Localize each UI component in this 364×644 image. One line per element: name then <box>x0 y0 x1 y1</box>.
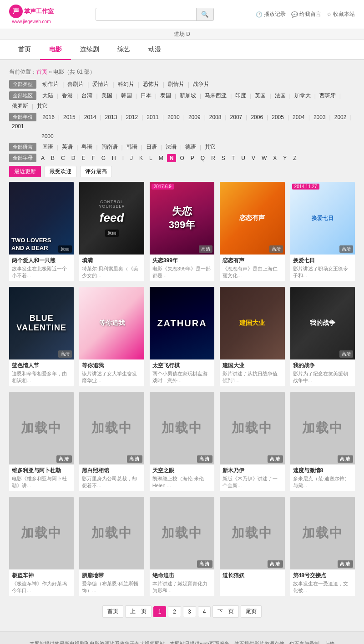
search-button[interactable]: 🔍 <box>196 8 213 20</box>
page-next[interactable]: 下一页 <box>212 605 239 618</box>
filter-year-2015[interactable]: 2015 <box>61 113 78 121</box>
movie-card-4[interactable]: 恋恋有声 高清 恋恋有声 《恋恋有声》是由上海仁丽文化... <box>220 182 284 281</box>
filter-year-2016[interactable]: 2016 <box>40 113 57 121</box>
filter-year-2011[interactable]: 2011 <box>144 113 162 121</box>
filter-lang-german[interactable]: 德语 <box>182 142 199 152</box>
filter-letter-o[interactable]: O <box>177 154 187 162</box>
filter-type-action[interactable]: 动作片 <box>40 80 61 89</box>
filter-type-drama[interactable]: 剧情片 <box>165 80 187 89</box>
filter-letter-n[interactable]: N <box>167 154 177 162</box>
filter-type-horror[interactable]: 恐怖片 <box>140 80 162 89</box>
nav-drama[interactable]: 连续剧 <box>71 40 108 59</box>
movie-card-19[interactable]: 加载中 高清 道长猫妖 <box>220 497 284 596</box>
movie-card-7[interactable]: 等你追我 等你追我 该片讲述了女大学生奋发磨华业... <box>79 287 144 386</box>
page-last[interactable]: 尾页 <box>241 605 262 618</box>
filter-lang-minnan[interactable]: 闽南语 <box>99 142 121 152</box>
filter-letter-u[interactable]: U <box>238 154 248 162</box>
filter-year-2007[interactable]: 2007 <box>228 113 245 121</box>
filter-year-2006[interactable]: 2006 <box>248 113 266 121</box>
play-history-link[interactable]: 🕐 播放记录 <box>256 10 286 18</box>
filter-letter-s[interactable]: S <box>219 154 228 162</box>
filter-letter-h[interactable]: H <box>109 154 119 162</box>
filter-region-mainland[interactable]: 大陆 <box>40 91 56 100</box>
movie-card-8[interactable]: ZATHURA 太空飞行棋 两个小男孩在家玩棋盘游戏时，意外... <box>150 287 214 386</box>
movie-card-2[interactable]: CONTROLYOURSELF feed 原画 填满 特莱尔·贝利索里奥（《美少… <box>79 182 144 281</box>
filter-year-2008[interactable]: 2008 <box>207 113 224 121</box>
filter-letter-b[interactable]: B <box>48 154 57 162</box>
filter-type-war[interactable]: 战争片 <box>190 80 212 89</box>
filter-letter-z[interactable]: Z <box>290 154 299 162</box>
filter-letter-c[interactable]: C <box>58 154 68 162</box>
filter-year-2013[interactable]: 2013 <box>102 113 120 121</box>
filter-region-tw[interactable]: 台湾 <box>79 91 95 100</box>
filter-region-jp[interactable]: 日本 <box>138 91 154 100</box>
filter-letter-a[interactable]: A <box>38 154 47 162</box>
filter-lang-korean[interactable]: 韩语 <box>124 142 140 152</box>
filter-letter-m[interactable]: M <box>156 154 166 162</box>
nav-home[interactable]: 首页 <box>9 40 40 59</box>
filter-region-sg[interactable]: 新加坡 <box>177 91 199 100</box>
filter-region-in[interactable]: 印度 <box>233 91 249 100</box>
movie-card-17[interactable]: 加载中 胭脂地带 爱华德（布莱恩·科兰斯顿 饰）... <box>79 497 144 596</box>
filter-type-comedy[interactable]: 喜剧片 <box>65 80 86 89</box>
filter-region-ru[interactable]: 俄罗斯 <box>9 101 31 111</box>
filter-region-kr[interactable]: 韩国 <box>118 91 135 100</box>
breadcrumb-home[interactable]: 首页 <box>36 69 47 75</box>
filter-lang-french[interactable]: 法语 <box>163 142 179 152</box>
filter-letter-k[interactable]: K <box>136 154 146 162</box>
nav-movie[interactable]: 电影 <box>40 40 71 60</box>
movie-card-20[interactable]: 加载中 高清 第48号交接点 故事发生在一受迫迫，文化被... <box>290 497 355 596</box>
filter-region-my[interactable]: 马来西亚 <box>202 91 229 100</box>
filter-region-fr[interactable]: 法国 <box>272 91 288 100</box>
filter-region-other[interactable]: 其它 <box>34 101 51 111</box>
movie-card-5[interactable]: 换爱七日 2014.11.27 高清 换爱七日 影片讲述了职场女王徐令子和... <box>290 182 355 281</box>
page-first[interactable]: 首页 <box>102 605 123 618</box>
filter-letter-g[interactable]: G <box>99 154 108 162</box>
filter-year-2010[interactable]: 2010 <box>165 113 182 121</box>
filter-letter-r[interactable]: R <box>208 154 218 162</box>
filter-letter-i[interactable]: I <box>120 154 126 162</box>
filter-letter-l[interactable]: L <box>147 154 155 162</box>
page-3[interactable]: 3 <box>183 606 196 617</box>
filter-letter-d[interactable]: D <box>69 154 78 162</box>
filter-year-2012[interactable]: 2012 <box>123 113 141 121</box>
search-input[interactable] <box>96 9 196 20</box>
filter-letter-q[interactable]: Q <box>198 154 207 162</box>
filter-letter-t[interactable]: T <box>229 154 238 162</box>
movie-card-1[interactable]: TWO LOVERSAND A BEAR 原画 两个爱人和一只熊 故事发生在北极… <box>9 182 74 281</box>
filter-region-th[interactable]: 泰国 <box>157 91 174 100</box>
message-link[interactable]: 💬 给我留言 <box>291 10 321 18</box>
sort-popular[interactable]: 最受欢迎 <box>45 166 76 177</box>
filter-year-2000[interactable]: 2000 <box>39 132 56 140</box>
page-4[interactable]: 4 <box>198 606 211 617</box>
filter-type-romance[interactable]: 爱情片 <box>90 80 111 89</box>
filter-lang-mandarin[interactable]: 国语 <box>40 142 56 152</box>
movie-card-6[interactable]: BLUEVALENTINE 高清 蓝色情人节 迪恩和辛蒂相爱多年，由相识相... <box>9 287 74 386</box>
filter-letter-x[interactable]: X <box>270 154 279 162</box>
filter-region-uk[interactable]: 英国 <box>252 91 268 100</box>
movie-card-10[interactable]: 我的战争 高清 我的战争 影片为了纪念在抗美援朝战争中... <box>290 287 355 386</box>
movie-card-13[interactable]: 加载中 高清 天空之眼 凯琳继上校（海伦·米伦 Helen ... <box>150 392 214 491</box>
filter-region-us[interactable]: 美国 <box>99 91 115 100</box>
filter-year-2009[interactable]: 2009 <box>186 113 203 121</box>
bookmark-link[interactable]: ☆ 收藏本站 <box>327 10 355 18</box>
filter-letter-p[interactable]: P <box>188 154 197 162</box>
filter-year-2002[interactable]: 2002 <box>332 113 349 121</box>
filter-type-scifi[interactable]: 科幻片 <box>115 80 137 89</box>
filter-region-es[interactable]: 西班牙 <box>317 91 339 100</box>
logo[interactable]: 声 掌声工作室 www.jiegeweb.com <box>9 5 54 24</box>
filter-letter-y[interactable]: Y <box>280 154 289 162</box>
filter-year-2003[interactable]: 2003 <box>311 113 329 121</box>
filter-letter-j[interactable]: J <box>127 154 136 162</box>
movie-card-18[interactable]: 加载中 高清 绝命追击 本片讲述了嫩妮育青化力为形和... <box>150 497 214 596</box>
filter-year-2014[interactable]: 2014 <box>81 113 99 121</box>
filter-year-2004[interactable]: 2004 <box>290 113 308 121</box>
movie-card-15[interactable]: 加载中 高清 速度与激情8 多米尼克（范·迪塞尔饰）与黛... <box>290 392 355 491</box>
filter-letter-f[interactable]: F <box>89 154 97 162</box>
sort-rating[interactable]: 评分最高 <box>80 166 112 177</box>
movie-card-3[interactable]: 失恋399年 2017.6.9 高清 失恋399年 电影《失恋399年》是一部都… <box>150 182 214 281</box>
page-1[interactable]: 1 <box>153 606 167 617</box>
filter-letter-e[interactable]: E <box>79 154 88 162</box>
filter-letter-v[interactable]: V <box>249 154 258 162</box>
filter-lang-other[interactable]: 其它 <box>202 142 218 152</box>
